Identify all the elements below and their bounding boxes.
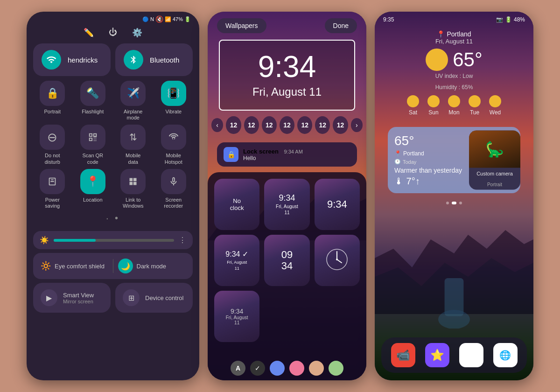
p3-statusbar: 9:35 📷 🔋 48% <box>375 12 533 25</box>
p2-clock-option-analog[interactable] <box>315 235 360 286</box>
p1-mobiledata-btn[interactable]: ⇅ <box>120 125 146 150</box>
p2-done-btn[interactable]: Done <box>325 18 357 33</box>
p2-clock-option-noclock[interactable]: No clock <box>214 179 259 230</box>
p2-style-12-1[interactable]: 12 <box>226 116 241 134</box>
p2-style-12-5[interactable]: 12 <box>297 116 312 134</box>
p2-clock-option-check[interactable]: 9:34 ✓ Fri, August 11 <box>214 235 259 286</box>
p2-color-pink[interactable] <box>289 361 304 376</box>
p3-location: 📍 Portland <box>383 30 525 38</box>
p2-nav-left[interactable]: ‹ <box>211 118 223 132</box>
p1-dark-mode-item[interactable]: 🌙 Dark mode <box>118 259 186 273</box>
p2-color-peach[interactable] <box>309 361 324 376</box>
p3-uv: UV index : Low <box>383 73 525 79</box>
p2-clock-style-bar: ‹ 12 12 12 12 12 12 12 › <box>208 111 366 140</box>
p3-app-card-label2: Portrait <box>469 179 520 190</box>
p2-style-12-4[interactable]: 12 <box>280 116 294 134</box>
p1-powersave-item: Powersaving <box>33 169 72 209</box>
p1-edit-icon[interactable]: ✏️ <box>84 28 94 38</box>
p1-wifi-tile[interactable]: hendricks <box>33 43 111 76</box>
p2-clock-option-digital-date[interactable]: 9:34 Fri, August 11 <box>264 179 309 230</box>
p1-recorder-btn[interactable] <box>161 169 186 194</box>
p3-starred-icon: ⭐ <box>430 349 444 362</box>
p3-dot-2[interactable] <box>452 202 456 204</box>
p2-style-12-2[interactable]: 12 <box>244 116 259 134</box>
p2-lock-notif: 🔒 Lock screen 9:34 AM Hello <box>217 142 357 167</box>
p3-page-dots <box>375 198 533 208</box>
p1-wifi-icon <box>42 50 61 70</box>
p1-wifi-label: hendricks <box>68 56 98 64</box>
p1-hotspot-btn[interactable] <box>161 125 186 150</box>
p1-dnd-item: ⊖ Do notdisturb <box>33 125 72 165</box>
p2-color-green[interactable] <box>329 361 343 376</box>
p1-brightness-bar[interactable] <box>54 239 174 242</box>
p3-dock-meet[interactable]: 📹 <box>391 343 415 367</box>
p1-link-windows-item: Link toWindows <box>114 169 153 209</box>
p2-color-A[interactable]: A <box>231 361 245 376</box>
p3-dock-gmail[interactable]: ✉ <box>459 343 483 367</box>
p2-color-check[interactable]: ✓ <box>250 361 265 376</box>
p2-clock-option-digital[interactable]: 9:34 <box>315 179 360 230</box>
p3-forecast-wed-day: Wed <box>490 109 501 116</box>
p3-time: 9:35 <box>383 16 394 23</box>
p1-smartview-tile[interactable]: ▶ Smart View Mirror screen <box>33 283 111 313</box>
p3-forecast-sat-day: Sat <box>409 109 417 116</box>
p2-style-12-6[interactable]: 12 <box>315 116 330 134</box>
p2-clock-option-2line[interactable]: 09 34 <box>264 235 309 286</box>
p1-power-icon[interactable]: ⏻ <box>109 28 117 38</box>
p1-bluetooth-tile[interactable]: Bluetooth <box>115 43 193 76</box>
p3-dot-3[interactable] <box>459 202 462 204</box>
p1-status-icons: 🔵N 🔇 📶 47% 🔋 <box>142 15 191 23</box>
p1-settings-icon[interactable]: ⚙️ <box>132 28 142 38</box>
p1-dnd-label: Do notdisturb <box>45 153 60 165</box>
p1-smartview-labels: Smart View Mirror screen <box>63 292 94 304</box>
p3-card-clock: 🕐 <box>394 159 401 165</box>
p1-flashlight-item: 🔦 Flashlight <box>74 81 112 121</box>
p2-style-12-3[interactable]: 12 <box>262 116 277 134</box>
p1-dots: · • <box>27 209 199 227</box>
p1-recorder-item: Screenrecorder <box>154 169 193 209</box>
p3-forecast-tue: Tue <box>469 95 481 116</box>
p1-flashlight-btn[interactable]: 🔦 <box>80 81 105 106</box>
p1-moon-icon: 🌙 <box>118 259 133 273</box>
p1-vibrate-btn[interactable]: 📳 <box>161 81 186 106</box>
p2-lock-icon: 🔒 <box>224 147 238 162</box>
p2-nav-right[interactable]: › <box>351 118 363 132</box>
phones-container: 🔵N 🔇 📶 47% 🔋 ✏️ ⏻ ⚙️ hendricks <box>17 2 543 390</box>
p2-clock-date: Fri, August 11 <box>231 85 343 98</box>
p1-smartview-icon: ▶ <box>41 289 57 306</box>
p1-link-windows-btn[interactable] <box>120 169 146 194</box>
p3-dot-1[interactable] <box>446 202 449 204</box>
p2-check-label: 9:34 ✓ Fri, August 11 <box>225 249 248 272</box>
p3-dock: 📹 ⭐ ✉ 🌐 <box>381 337 527 373</box>
p3-forecast-sun-day: Sun <box>428 109 438 116</box>
p3-forecast-wed-icon <box>489 95 501 107</box>
p2-style-12-7[interactable]: 12 <box>333 116 348 134</box>
p3-forecast-mon-day: Mon <box>448 109 459 116</box>
p3-app-card[interactable]: 🦕 Custom camera Portrait <box>469 131 520 190</box>
p3-card-pin: 📍 <box>394 150 401 157</box>
p1-location-btn[interactable]: 📍 <box>80 169 105 194</box>
p1-qr-item: Scan QRcode <box>74 125 112 165</box>
p1-devicecontrol-tile[interactable]: ⊞ Device control <box>115 283 193 313</box>
p1-airplane-btn[interactable]: ✈️ <box>120 81 146 106</box>
p1-airplane-label: Airplanemode <box>124 109 142 121</box>
p1-brightness-menu[interactable]: ⋮ <box>179 236 186 245</box>
p1-eye-label: Eye comfort shield <box>55 263 105 270</box>
p1-powersave-btn[interactable] <box>40 169 65 194</box>
p2-wallpapers-btn[interactable]: Wallpapers <box>217 18 266 33</box>
p3-dock-chrome[interactable]: 🌐 <box>493 343 518 367</box>
p2-color-blue[interactable] <box>270 361 285 376</box>
p3-forecast-sat-icon <box>407 95 419 107</box>
p3-app-card-img: 🦕 <box>469 131 520 168</box>
p1-icon-grid: 🔒 Portrait 🔦 Flashlight ✈️ Airplanemode … <box>33 81 193 209</box>
p1-link-windows-label: Link toWindows <box>123 197 144 209</box>
p3-forecast-tue-icon <box>469 95 481 107</box>
p3-dock-starred[interactable]: ⭐ <box>425 343 449 367</box>
p2-color-dots: A ✓ <box>208 356 366 380</box>
p2-clock-option-minimal[interactable]: 9:34 Fri, August 11 <box>214 291 259 342</box>
p1-portrait-btn[interactable]: 🔒 <box>40 81 65 106</box>
p1-eye-comfort-item[interactable]: 🔆 Eye comfort shield <box>41 261 108 271</box>
p1-dark-mode-label: Dark mode <box>137 263 167 270</box>
p1-dnd-btn[interactable]: ⊖ <box>40 125 65 150</box>
p1-qr-btn[interactable] <box>80 125 105 150</box>
